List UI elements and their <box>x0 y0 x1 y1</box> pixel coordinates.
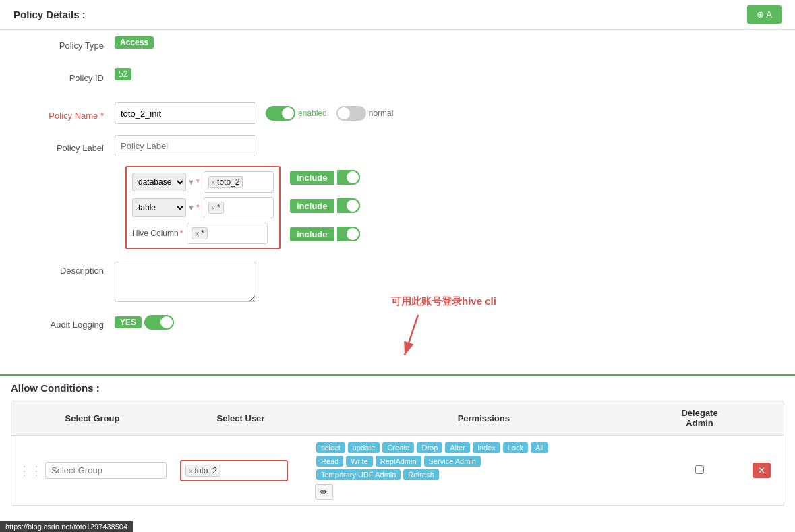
include-toggle-database[interactable]: include <box>290 170 775 185</box>
perm-service-admin[interactable]: Service Admin <box>424 456 481 467</box>
perm-write[interactable]: Write <box>346 456 372 467</box>
include-toggle-hivecolumn[interactable]: include <box>290 227 775 241</box>
policy-label-input[interactable] <box>115 135 256 156</box>
allow-conditions-section: Allow Conditions : Select Group Select U… <box>0 374 795 506</box>
col-header-permissions: Permissions <box>308 401 659 436</box>
perm-select[interactable]: select <box>316 442 345 453</box>
normal-label: normal <box>369 109 394 118</box>
perm-repladmin[interactable]: ReplAdmin <box>376 456 421 467</box>
database-tag: x toto_2 <box>208 176 243 188</box>
select-user-tag-input[interactable]: x toto_2 <box>180 460 288 481</box>
col-header-delegate-admin: Delegate Admin <box>659 401 740 436</box>
table-row: ⋮⋮ x toto_2 s <box>11 436 784 506</box>
policy-name-input[interactable] <box>115 102 256 124</box>
hive-column-tag-input[interactable]: x * <box>187 223 268 244</box>
enabled-label: enabled <box>298 109 327 118</box>
top-bar: Policy Details : ⊕ A <box>0 0 795 30</box>
remove-row-button[interactable]: ✕ <box>753 463 771 478</box>
perm-temp-udf-admin[interactable]: Temporary UDF Admin <box>316 469 401 480</box>
perm-create[interactable]: Create <box>382 442 414 453</box>
col-header-select-user: Select User <box>173 401 308 436</box>
policy-type-label: Policy Type <box>20 36 115 51</box>
normal-toggle[interactable] <box>336 106 366 121</box>
col-header-actions <box>740 401 784 436</box>
drag-handle[interactable]: ⋮⋮ <box>18 463 45 478</box>
select-group-input[interactable] <box>45 462 167 479</box>
top-access-button[interactable]: ⊕ A <box>747 5 782 24</box>
hive-column-tag-remove[interactable]: x <box>195 229 199 237</box>
database-tag-input[interactable]: x toto_2 <box>204 171 274 193</box>
policy-label-label: Policy Label <box>20 139 115 153</box>
perm-update[interactable]: update <box>348 442 380 453</box>
policy-id-label: Policy ID <box>20 69 115 83</box>
audit-toggle[interactable] <box>144 315 174 330</box>
allow-conditions-header: Allow Conditions : <box>0 376 795 401</box>
table-tag: x * <box>208 202 224 214</box>
description-label: Description <box>20 262 115 276</box>
delegate-admin-checkbox[interactable] <box>695 465 704 474</box>
policy-type-badge: Access <box>115 36 154 49</box>
perm-index[interactable]: Index <box>473 442 500 453</box>
include-toggle-table[interactable]: include <box>290 198 775 213</box>
url-bar: https://blog.csdn.net/toto1297438504 <box>0 521 133 532</box>
policy-name-label: Policy Name * <box>20 107 115 121</box>
audit-logging-label: Audit Logging <box>20 316 115 330</box>
perm-all[interactable]: All <box>531 442 548 453</box>
hive-column-tag: x * <box>192 227 207 239</box>
perm-drop[interactable]: Drop <box>417 442 442 453</box>
perm-lock[interactable]: Lock <box>503 442 528 453</box>
table-tag-remove[interactable]: x <box>212 204 216 212</box>
user-tag: x toto_2 <box>185 465 220 477</box>
audit-yes-badge: YES <box>115 316 142 328</box>
perm-alter[interactable]: Alter <box>445 442 470 453</box>
enabled-toggle[interactable] <box>266 106 295 121</box>
edit-permissions-button[interactable]: ✏ <box>315 484 333 500</box>
perm-read[interactable]: Read <box>316 456 343 467</box>
description-textarea[interactable] <box>115 262 256 302</box>
table-tag-input[interactable]: x * <box>204 197 274 218</box>
page-title: Policy Details : <box>13 9 86 20</box>
database-tag-remove[interactable]: x <box>212 178 216 186</box>
policy-id-value: 52 <box>115 68 131 80</box>
hive-column-label: Hive Column <box>132 229 179 238</box>
col-header-select-group: Select Group <box>11 401 173 436</box>
resource-type-select-table[interactable]: table database <box>132 198 186 217</box>
user-tag-remove[interactable]: x <box>189 467 193 475</box>
perm-refresh[interactable]: Refresh <box>403 469 439 480</box>
resource-type-select-database[interactable]: database table <box>132 173 186 191</box>
